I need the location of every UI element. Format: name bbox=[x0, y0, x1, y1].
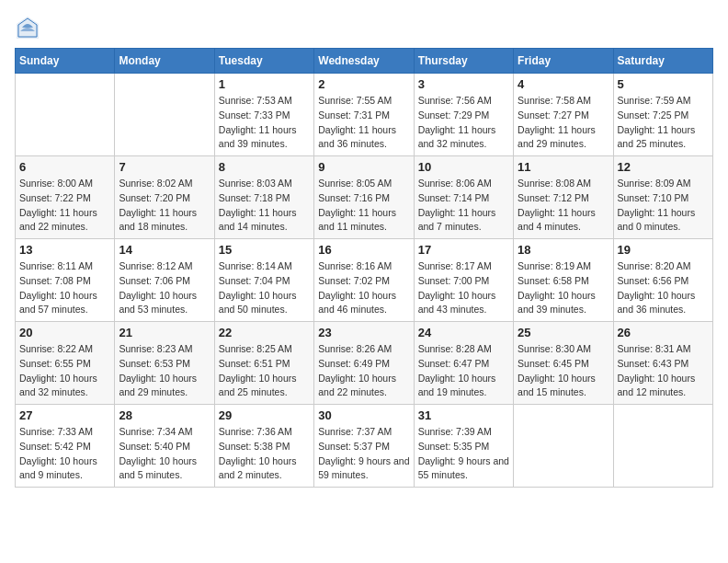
calendar-cell: 20Sunrise: 8:22 AMSunset: 6:55 PMDayligh… bbox=[16, 322, 115, 405]
weekday-header: Wednesday bbox=[314, 49, 414, 74]
day-info: Sunrise: 8:09 AMSunset: 7:10 PMDaylight:… bbox=[618, 177, 709, 235]
weekday-header: Monday bbox=[115, 49, 214, 74]
calendar-cell: 18Sunrise: 8:19 AMSunset: 6:58 PMDayligh… bbox=[514, 239, 613, 322]
day-number: 29 bbox=[219, 408, 310, 422]
calendar-cell: 8Sunrise: 8:03 AMSunset: 7:18 PMDaylight… bbox=[214, 156, 313, 239]
calendar-week-row: 27Sunrise: 7:33 AMSunset: 5:42 PMDayligh… bbox=[16, 405, 713, 488]
calendar-cell: 24Sunrise: 8:28 AMSunset: 6:47 PMDayligh… bbox=[414, 322, 513, 405]
calendar-cell: 13Sunrise: 8:11 AMSunset: 7:08 PMDayligh… bbox=[16, 239, 115, 322]
day-number: 27 bbox=[19, 408, 110, 422]
calendar-cell: 22Sunrise: 8:25 AMSunset: 6:51 PMDayligh… bbox=[214, 322, 313, 405]
calendar-cell: 3Sunrise: 7:56 AMSunset: 7:29 PMDaylight… bbox=[414, 74, 513, 156]
day-number: 3 bbox=[418, 77, 509, 91]
day-info: Sunrise: 7:58 AMSunset: 7:27 PMDaylight:… bbox=[518, 94, 609, 152]
day-number: 18 bbox=[518, 243, 609, 257]
day-info: Sunrise: 8:20 AMSunset: 6:56 PMDaylight:… bbox=[618, 259, 709, 317]
day-number: 26 bbox=[618, 326, 709, 339]
day-number: 1 bbox=[219, 77, 310, 91]
day-number: 15 bbox=[219, 243, 310, 257]
day-info: Sunrise: 7:56 AMSunset: 7:29 PMDaylight:… bbox=[418, 94, 509, 152]
day-info: Sunrise: 8:03 AMSunset: 7:18 PMDaylight:… bbox=[219, 177, 310, 235]
day-number: 8 bbox=[219, 160, 310, 174]
day-number: 23 bbox=[318, 326, 409, 339]
day-number: 12 bbox=[618, 160, 709, 174]
calendar-cell bbox=[514, 405, 613, 488]
calendar-cell bbox=[115, 74, 214, 156]
calendar-cell: 19Sunrise: 8:20 AMSunset: 6:56 PMDayligh… bbox=[613, 239, 712, 322]
day-info: Sunrise: 7:33 AMSunset: 5:42 PMDaylight:… bbox=[19, 425, 110, 483]
calendar-cell: 26Sunrise: 8:31 AMSunset: 6:43 PMDayligh… bbox=[613, 322, 712, 405]
calendar-cell: 2Sunrise: 7:55 AMSunset: 7:31 PMDaylight… bbox=[314, 74, 414, 156]
calendar-cell: 7Sunrise: 8:02 AMSunset: 7:20 PMDaylight… bbox=[115, 156, 214, 239]
day-number: 9 bbox=[318, 160, 409, 174]
day-number: 16 bbox=[318, 243, 409, 257]
calendar-week-row: 1Sunrise: 7:53 AMSunset: 7:33 PMDaylight… bbox=[16, 74, 713, 156]
calendar-cell: 27Sunrise: 7:33 AMSunset: 5:42 PMDayligh… bbox=[16, 405, 115, 488]
calendar-cell: 25Sunrise: 8:30 AMSunset: 6:45 PMDayligh… bbox=[514, 322, 613, 405]
day-number: 6 bbox=[19, 160, 110, 174]
day-number: 28 bbox=[119, 408, 210, 422]
day-number: 25 bbox=[518, 326, 609, 339]
calendar-cell: 17Sunrise: 8:17 AMSunset: 7:00 PMDayligh… bbox=[414, 239, 513, 322]
calendar-table: SundayMondayTuesdayWednesdayThursdayFrid… bbox=[15, 48, 713, 488]
day-info: Sunrise: 8:17 AMSunset: 7:00 PMDaylight:… bbox=[418, 259, 509, 317]
day-info: Sunrise: 8:02 AMSunset: 7:20 PMDaylight:… bbox=[119, 177, 210, 235]
calendar-cell: 12Sunrise: 8:09 AMSunset: 7:10 PMDayligh… bbox=[613, 156, 712, 239]
day-number: 13 bbox=[19, 243, 110, 257]
weekday-header: Saturday bbox=[613, 49, 712, 74]
day-info: Sunrise: 8:25 AMSunset: 6:51 PMDaylight:… bbox=[219, 342, 310, 400]
calendar-week-row: 13Sunrise: 8:11 AMSunset: 7:08 PMDayligh… bbox=[16, 239, 713, 322]
day-number: 10 bbox=[418, 160, 509, 174]
calendar-cell bbox=[613, 405, 712, 488]
calendar-cell: 14Sunrise: 8:12 AMSunset: 7:06 PMDayligh… bbox=[115, 239, 214, 322]
calendar-cell: 16Sunrise: 8:16 AMSunset: 7:02 PMDayligh… bbox=[314, 239, 414, 322]
day-info: Sunrise: 8:22 AMSunset: 6:55 PMDaylight:… bbox=[19, 342, 110, 400]
day-info: Sunrise: 7:37 AMSunset: 5:37 PMDaylight:… bbox=[318, 425, 409, 483]
day-number: 14 bbox=[119, 243, 210, 257]
day-number: 17 bbox=[418, 243, 509, 257]
calendar-cell: 11Sunrise: 8:08 AMSunset: 7:12 PMDayligh… bbox=[514, 156, 613, 239]
calendar-week-row: 6Sunrise: 8:00 AMSunset: 7:22 PMDaylight… bbox=[16, 156, 713, 239]
weekday-header: Friday bbox=[514, 49, 613, 74]
calendar-cell bbox=[16, 74, 115, 156]
day-info: Sunrise: 8:14 AMSunset: 7:04 PMDaylight:… bbox=[219, 259, 310, 317]
calendar-cell: 1Sunrise: 7:53 AMSunset: 7:33 PMDaylight… bbox=[214, 74, 313, 156]
calendar-cell: 23Sunrise: 8:26 AMSunset: 6:49 PMDayligh… bbox=[314, 322, 414, 405]
day-info: Sunrise: 8:30 AMSunset: 6:45 PMDaylight:… bbox=[518, 342, 609, 400]
calendar-cell: 10Sunrise: 8:06 AMSunset: 7:14 PMDayligh… bbox=[414, 156, 513, 239]
day-info: Sunrise: 7:36 AMSunset: 5:38 PMDaylight:… bbox=[219, 425, 310, 483]
day-info: Sunrise: 8:23 AMSunset: 6:53 PMDaylight:… bbox=[119, 342, 210, 400]
day-info: Sunrise: 7:55 AMSunset: 7:31 PMDaylight:… bbox=[318, 94, 409, 152]
day-number: 30 bbox=[318, 408, 409, 422]
calendar-cell: 31Sunrise: 7:39 AMSunset: 5:35 PMDayligh… bbox=[414, 405, 513, 488]
day-info: Sunrise: 8:08 AMSunset: 7:12 PMDaylight:… bbox=[518, 177, 609, 235]
day-number: 24 bbox=[418, 326, 509, 339]
day-info: Sunrise: 7:53 AMSunset: 7:33 PMDaylight:… bbox=[219, 94, 310, 152]
weekday-header: Sunday bbox=[16, 49, 115, 74]
day-info: Sunrise: 8:11 AMSunset: 7:08 PMDaylight:… bbox=[19, 259, 110, 317]
calendar-cell: 21Sunrise: 8:23 AMSunset: 6:53 PMDayligh… bbox=[115, 322, 214, 405]
day-info: Sunrise: 7:34 AMSunset: 5:40 PMDaylight:… bbox=[119, 425, 210, 483]
day-info: Sunrise: 7:59 AMSunset: 7:25 PMDaylight:… bbox=[618, 94, 709, 152]
calendar-week-row: 20Sunrise: 8:22 AMSunset: 6:55 PMDayligh… bbox=[16, 322, 713, 405]
page-header bbox=[15, 15, 713, 40]
weekday-header: Tuesday bbox=[214, 49, 313, 74]
day-number: 5 bbox=[618, 77, 709, 91]
day-number: 20 bbox=[19, 326, 110, 339]
calendar-cell: 29Sunrise: 7:36 AMSunset: 5:38 PMDayligh… bbox=[214, 405, 313, 488]
calendar-cell: 9Sunrise: 8:05 AMSunset: 7:16 PMDaylight… bbox=[314, 156, 414, 239]
day-number: 2 bbox=[318, 77, 409, 91]
day-number: 4 bbox=[518, 77, 609, 91]
day-number: 11 bbox=[518, 160, 609, 174]
day-info: Sunrise: 8:28 AMSunset: 6:47 PMDaylight:… bbox=[418, 342, 509, 400]
day-info: Sunrise: 8:31 AMSunset: 6:43 PMDaylight:… bbox=[618, 342, 709, 400]
calendar-header-row: SundayMondayTuesdayWednesdayThursdayFrid… bbox=[16, 49, 713, 74]
calendar-cell: 28Sunrise: 7:34 AMSunset: 5:40 PMDayligh… bbox=[115, 405, 214, 488]
day-info: Sunrise: 7:39 AMSunset: 5:35 PMDaylight:… bbox=[418, 425, 509, 483]
calendar-cell: 15Sunrise: 8:14 AMSunset: 7:04 PMDayligh… bbox=[214, 239, 313, 322]
calendar-cell: 30Sunrise: 7:37 AMSunset: 5:37 PMDayligh… bbox=[314, 405, 414, 488]
day-info: Sunrise: 8:05 AMSunset: 7:16 PMDaylight:… bbox=[318, 177, 409, 235]
day-number: 22 bbox=[219, 326, 310, 339]
day-info: Sunrise: 8:19 AMSunset: 6:58 PMDaylight:… bbox=[518, 259, 609, 317]
day-number: 31 bbox=[418, 408, 509, 422]
